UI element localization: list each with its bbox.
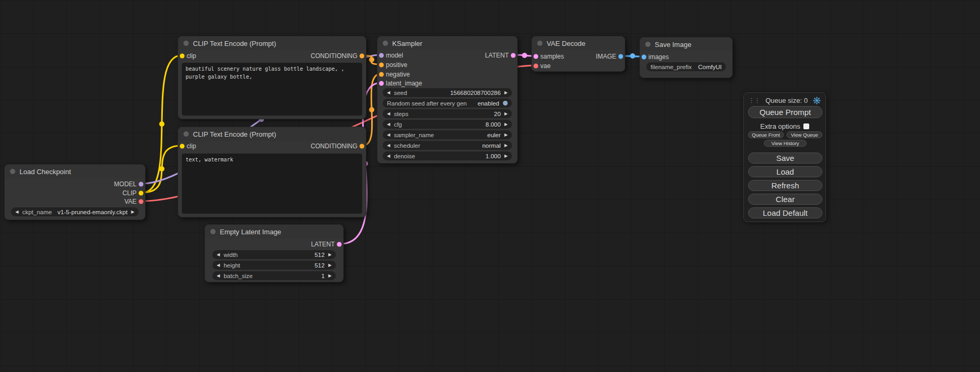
extra-options-checkbox[interactable] (803, 123, 809, 129)
increment-arrow-icon[interactable]: ▶ (504, 122, 508, 127)
increment-arrow-icon[interactable]: ▶ (504, 154, 508, 158)
save-button[interactable]: Save (748, 152, 822, 164)
port-label: CONDITIONING (311, 52, 357, 60)
port-label: clip (187, 52, 196, 60)
port-label: LATENT (485, 52, 509, 59)
port-label: CONDITIONING (311, 142, 357, 150)
widget-label: batch_size (224, 273, 253, 279)
node-save-image[interactable]: Save Image images filename_prefix ComfyU… (639, 37, 733, 78)
increment-arrow-icon[interactable]: ▶ (328, 274, 332, 278)
increment-arrow-icon[interactable]: ▶ (504, 133, 508, 137)
latent-output-dot[interactable] (511, 53, 516, 58)
node-title-text: CLIP Text Encode (Prompt) (193, 40, 276, 47)
decrement-arrow-icon[interactable]: ◀ (387, 144, 390, 148)
scheduler-widget[interactable]: ◀ scheduler normal ▶ (383, 141, 512, 150)
load-button[interactable]: Load (748, 166, 822, 177)
conditioning-output-dot[interactable] (360, 144, 364, 149)
node-clip-text-encode-negative[interactable]: CLIP Text Encode (Prompt) clip CONDITION… (178, 127, 366, 217)
widget-label: sampler_name (394, 132, 434, 138)
height-widget[interactable]: ◀ height 512 ▶ (212, 261, 336, 270)
sampler-name-widget[interactable]: ◀ sampler_name euler ▶ (383, 130, 512, 139)
vae-input-dot[interactable] (533, 64, 538, 69)
decrement-arrow-icon[interactable]: ◀ (387, 91, 390, 95)
increment-arrow-icon[interactable]: ▶ (504, 112, 508, 116)
widget-value: 512 (241, 252, 325, 258)
link-midpoint-dot (369, 107, 374, 112)
link-midpoint-dot (630, 53, 635, 59)
decrement-arrow-icon[interactable]: ◀ (15, 210, 18, 214)
increment-arrow-icon[interactable]: ▶ (504, 144, 508, 148)
image-output-dot[interactable] (618, 54, 623, 59)
clear-button[interactable]: Clear (748, 194, 822, 205)
collapse-dot[interactable] (210, 229, 216, 234)
decrement-arrow-icon[interactable]: ◀ (387, 122, 390, 127)
filename-prefix-widget[interactable]: filename_prefix ComfyUI (646, 62, 726, 71)
collapse-dot[interactable] (537, 41, 542, 46)
latent-output-dot[interactable] (337, 242, 342, 247)
latent-image-input-dot[interactable] (379, 81, 384, 86)
port-label: latent_image (386, 80, 422, 87)
widget-value: ComfyUI (695, 64, 722, 70)
decrement-arrow-icon[interactable]: ◀ (217, 253, 220, 257)
images-input-dot[interactable] (642, 55, 646, 60)
view-queue-button[interactable]: View Queue (787, 131, 822, 138)
node-graph-canvas[interactable]: Load Checkpoint MODEL CLIP VAE ◀ ckpt_na… (0, 0, 980, 372)
collapse-dot[interactable] (10, 169, 15, 174)
queue-front-button[interactable]: Queue Front (748, 131, 784, 138)
model-input-dot[interactable] (379, 53, 384, 58)
decrement-arrow-icon[interactable]: ◀ (387, 112, 390, 116)
toggle-dot-icon[interactable] (503, 101, 508, 106)
widget-value: enabled (471, 100, 499, 107)
widget-label: width (224, 252, 238, 258)
collapse-dot[interactable] (183, 131, 189, 137)
clip-input-dot[interactable] (180, 144, 185, 149)
cfg-widget[interactable]: ◀ cfg 8.000 ▶ (383, 120, 512, 129)
clip-input-port: clip (178, 52, 196, 60)
decrement-arrow-icon[interactable]: ◀ (387, 154, 390, 158)
negative-input-dot[interactable] (379, 72, 384, 77)
view-history-button[interactable]: View History (764, 140, 807, 147)
steps-widget[interactable]: ◀ steps 20 ▶ (383, 109, 512, 118)
conditioning-output-dot[interactable] (360, 54, 364, 59)
vae-output-dot[interactable] (139, 199, 143, 204)
batch-size-widget[interactable]: ◀ batch_size 1 ▶ (212, 271, 336, 280)
seed-widget[interactable]: ◀ seed 156680208700286 ▶ (383, 88, 512, 97)
vae-output-port: VAE (124, 197, 145, 206)
random-seed-toggle[interactable]: Random seed after every gen enabled (383, 99, 512, 108)
widget-label: filename_prefix (651, 64, 692, 70)
ckpt-name-widget[interactable]: ◀ ckpt_name v1-5-pruned-emaonly.ckpt ▶ (11, 207, 139, 216)
samples-input-port: samples (532, 52, 564, 61)
increment-arrow-icon[interactable]: ▶ (504, 91, 508, 95)
node-title-text: CLIP Text Encode (Prompt) (193, 130, 276, 138)
refresh-button[interactable]: Refresh (748, 180, 822, 191)
increment-arrow-icon[interactable]: ▶ (328, 263, 332, 268)
increment-arrow-icon[interactable]: ▶ (131, 210, 134, 214)
width-widget[interactable]: ◀ width 512 ▶ (212, 250, 336, 259)
collapse-dot[interactable] (645, 42, 651, 47)
load-default-button[interactable]: Load Default (748, 207, 822, 218)
negative-prompt-textarea[interactable]: text, watermark (182, 154, 362, 214)
node-clip-text-encode-positive[interactable]: CLIP Text Encode (Prompt) clip CONDITION… (178, 36, 366, 119)
samples-input-dot[interactable] (533, 54, 538, 59)
decrement-arrow-icon[interactable]: ◀ (387, 133, 390, 137)
model-output-dot[interactable] (139, 182, 143, 187)
drag-handle-icon[interactable]: ⋮⋮ (749, 98, 760, 103)
node-vae-decode[interactable]: VAE Decode samples vae IMAGE (531, 36, 625, 72)
settings-gear-icon[interactable] (813, 97, 821, 104)
decrement-arrow-icon[interactable]: ◀ (217, 274, 220, 278)
clip-output-dot[interactable] (139, 191, 143, 196)
extra-options-label: Extra options (760, 122, 800, 130)
node-empty-latent-image[interactable]: Empty Latent Image LATENT ◀ width 512 ▶ … (205, 224, 344, 282)
clip-input-dot[interactable] (180, 54, 185, 59)
denoise-widget[interactable]: ◀ denoise 1.000 ▶ (383, 151, 512, 160)
decrement-arrow-icon[interactable]: ◀ (217, 263, 220, 268)
collapse-dot[interactable] (183, 41, 189, 46)
increment-arrow-icon[interactable]: ▶ (328, 253, 332, 257)
positive-input-dot[interactable] (379, 63, 384, 68)
node-ksampler[interactable]: KSampler model positive negative latent_… (377, 36, 518, 164)
positive-prompt-textarea[interactable]: beautiful scenery nature glass bottle la… (182, 63, 362, 116)
link-midpoint-dot (522, 53, 527, 58)
collapse-dot[interactable] (383, 41, 388, 46)
queue-prompt-button[interactable]: Queue Prompt (748, 106, 822, 118)
node-load-checkpoint[interactable]: Load Checkpoint MODEL CLIP VAE ◀ ckpt_na… (4, 164, 145, 220)
